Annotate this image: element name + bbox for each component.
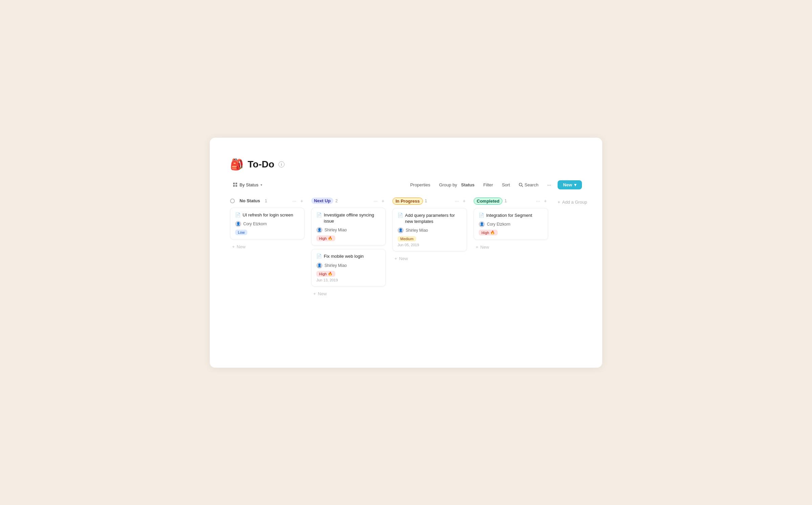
next-up-add-btn[interactable]: + [380, 198, 386, 204]
priority-badge: High 🔥 [316, 271, 335, 277]
completed-more-btn[interactable]: ··· [535, 198, 541, 204]
plus-icon: + [232, 244, 235, 249]
assignee-name: Shirley Miao [324, 228, 347, 232]
new-button[interactable]: New ▾ [558, 180, 582, 189]
card-title: Investigate offline syncing issue [324, 212, 381, 224]
completed-add-btn[interactable]: + [543, 198, 548, 204]
new-item-label: New [237, 244, 246, 249]
column-no-status: No Status 1 ··· + 📄 UI refresh for login… [230, 198, 304, 251]
in-progress-add-btn[interactable]: + [461, 198, 467, 204]
in-progress-label: In Progress [392, 198, 423, 205]
page-title: To-Do [248, 159, 274, 170]
priority-badge: High 🔥 [479, 230, 498, 235]
card-date: Jun 05, 2019 [398, 243, 462, 247]
completed-count: 1 [504, 199, 507, 203]
doc-icon: 📄 [479, 213, 484, 218]
filter-button[interactable]: Filter [481, 181, 495, 189]
card-fix-mobile-login[interactable]: 📄 Fix mobile web login 👤 Shirley Miao Hi… [311, 249, 386, 286]
no-status-icon [230, 199, 235, 203]
info-icon[interactable]: i [278, 161, 285, 167]
card-title-row: 📄 UI refresh for login screen [235, 212, 299, 218]
assignee-name: Cory Etzkorn [243, 222, 267, 226]
properties-button[interactable]: Properties [408, 181, 432, 189]
search-button[interactable]: Search [517, 181, 540, 189]
card-segment-integration[interactable]: 📄 Integration for Segment 👤 Cory Etzkorn… [474, 208, 548, 240]
new-item-label: New [399, 256, 408, 261]
column-in-progress: In Progress 1 ··· + 📄 Add query paramete… [392, 198, 467, 262]
card-meta: 👤 Shirley Miao [316, 227, 381, 233]
new-label: New [563, 182, 572, 187]
page-header: 🎒 To-Do i [230, 158, 582, 171]
no-status-add-btn[interactable]: + [299, 198, 304, 204]
avatar: 👤 [316, 262, 322, 269]
plus-icon: + [313, 291, 316, 296]
svg-rect-1 [235, 183, 237, 184]
in-progress-actions: ··· + [453, 198, 467, 204]
card-meta: 👤 Cory Etzkorn [479, 221, 543, 227]
svg-rect-2 [233, 185, 235, 187]
in-progress-more-btn[interactable]: ··· [453, 198, 460, 204]
card-title: UI refresh for login screen [243, 212, 293, 218]
card-title-row: 📄 Integration for Segment [479, 212, 543, 219]
grid-icon [233, 182, 238, 187]
completed-label: Completed [474, 198, 502, 205]
add-group-column: + Add a Group [555, 198, 609, 206]
next-up-actions: ··· + [372, 198, 386, 204]
svg-rect-0 [233, 183, 235, 184]
card-title: Integration for Segment [486, 212, 532, 219]
column-next-up: Next Up 2 ··· + 📄 Investigate offline sy… [311, 198, 386, 298]
search-icon [519, 183, 523, 187]
next-up-more-btn[interactable]: ··· [372, 198, 379, 204]
new-chevron: ▾ [574, 182, 577, 187]
board: No Status 1 ··· + 📄 UI refresh for login… [230, 198, 582, 298]
doc-icon: 📄 [316, 212, 322, 217]
group-by-value: Status [461, 182, 475, 187]
by-status-button[interactable]: By Status ▾ [230, 181, 265, 189]
add-new-in-progress[interactable]: + New [392, 255, 467, 262]
plus-icon: + [394, 256, 397, 261]
priority-badge: High 🔥 [316, 235, 335, 241]
plus-icon: + [476, 245, 478, 250]
card-ui-refresh[interactable]: 📄 UI refresh for login screen 👤 Cory Etz… [230, 208, 304, 239]
card-title: Fix mobile web login [324, 253, 364, 259]
toolbar-left: By Status ▾ [230, 181, 265, 189]
by-status-label: By Status [240, 182, 258, 187]
sort-button[interactable]: Sort [500, 181, 512, 189]
add-new-completed[interactable]: + New [474, 243, 548, 251]
avatar: 👤 [398, 227, 404, 233]
more-options-button[interactable]: ··· [545, 181, 553, 189]
column-header-completed: Completed 1 ··· + [474, 198, 548, 205]
next-up-count: 2 [335, 199, 338, 203]
doc-icon: 📄 [398, 213, 403, 218]
toolbar: By Status ▾ Properties Group by Status F… [230, 180, 582, 189]
add-new-next-up[interactable]: + New [311, 290, 386, 298]
card-query-parameters[interactable]: 📄 Add query parameters for new templates… [392, 208, 467, 251]
plus-icon: + [558, 200, 560, 205]
card-meta: 👤 Shirley Miao [316, 262, 381, 269]
card-offline-syncing[interactable]: 📄 Investigate offline syncing issue 👤 Sh… [311, 208, 386, 246]
next-up-label: Next Up [311, 198, 333, 204]
group-by-prefix: Group by [439, 182, 457, 187]
card-title: Add query parameters for new templates [405, 212, 462, 225]
avatar: 👤 [316, 227, 322, 233]
no-status-count: 1 [265, 199, 267, 203]
add-new-no-status[interactable]: + New [230, 243, 304, 251]
card-date: Jun 13, 2019 [316, 278, 381, 282]
add-group-label: Add a Group [562, 200, 587, 205]
doc-icon: 📄 [316, 254, 322, 259]
new-item-label: New [318, 291, 327, 296]
chevron-down-icon: ▾ [261, 183, 262, 187]
no-status-more-btn[interactable]: ··· [291, 198, 298, 204]
column-header-next-up: Next Up 2 ··· + [311, 198, 386, 204]
completed-actions: ··· + [535, 198, 548, 204]
add-group-button[interactable]: + Add a Group [555, 198, 590, 206]
group-by-button[interactable]: Group by Status [437, 181, 477, 189]
priority-badge: Low [235, 230, 247, 235]
column-completed: Completed 1 ··· + 📄 Integration for Segm… [474, 198, 548, 251]
card-title-row: 📄 Investigate offline syncing issue [316, 212, 381, 224]
column-header-in-progress: In Progress 1 ··· + [392, 198, 467, 205]
svg-rect-3 [235, 185, 237, 187]
card-title-row: 📄 Add query parameters for new templates [398, 212, 462, 225]
in-progress-count: 1 [425, 199, 427, 203]
card-title-row: 📄 Fix mobile web login [316, 253, 381, 259]
